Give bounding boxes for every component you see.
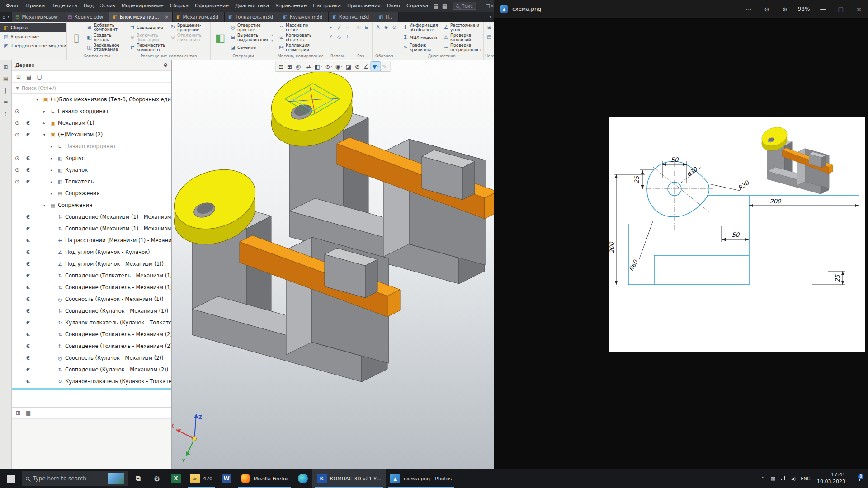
curvature-graph-button[interactable]: ∿График кривизны [401,42,441,52]
excel-button[interactable]: X [166,469,185,488]
tree-item-label[interactable]: Под углом (Кулачок - Механизм (1)) [65,261,164,267]
gallery-scroll[interactable]: ▴ ▾ [270,23,274,53]
panel-more-icon[interactable]: ⋮ [3,111,9,117]
viewport-tool-button[interactable]: ⊞ [286,62,294,71]
search-highlight-image[interactable] [108,473,124,484]
photos-titlebar[interactable]: ▲ схема.png ⋯ ⊖ ⊕ 98% — □ × [494,0,868,18]
word-button[interactable]: W [217,469,236,488]
photos-content[interactable]: 50 25 ø30 R30 200 R60 50 200 25 [494,18,868,469]
tree-row[interactable]: Є ⇅ Совпадение (Толкатель - Механизм (1)… [12,270,171,282]
edge-button[interactable] [293,469,312,488]
tree-item-label[interactable]: Совпадение (Кулачок - Механизм (2)) [65,366,168,373]
aux-angle-icon[interactable]: ∠ [329,34,333,39]
menu-item[interactable]: Эскиз [97,0,118,12]
viewport-tool-button[interactable]: ⇄ [305,62,313,71]
group-label-operations[interactable]: Операции [212,53,274,60]
mode-solid-modeling[interactable]: ◩ Твердотельное моделирование [0,41,66,50]
maximize-button[interactable]: □ [832,6,850,13]
tree-row[interactable]: ⊙ Є ▾ ▣ (+)Механизм (2) [12,129,171,141]
tree-item-label[interactable]: Соосность (Кулачок - Механизм (2)) [65,355,164,361]
viewport-tool-button[interactable]: ⊙ ▾ [324,62,333,71]
notation-text-icon[interactable]: A [377,25,380,30]
dropdown-chevron-icon[interactable]: ▾ [377,65,379,68]
zoom-level[interactable]: 98% [794,6,814,12]
tree-item-label[interactable]: (+)Блок механизмов (Тел-0, Сборочных еди… [51,96,171,103]
tab-close-icon[interactable]: × [165,14,169,20]
cut-extrude-button[interactable]: ⊟Вырезать выдавливанием [229,33,269,42]
expand-arrow-icon[interactable]: ▾ [43,203,49,207]
geometry-collection-button[interactable]: ⋈Коллекция геометрии [278,42,317,52]
menu-item[interactable]: Управление [272,0,310,12]
menu-item[interactable]: Выделить [48,0,80,12]
tree-item-label[interactable]: Совпадение (Механизм (1) - Механизм (2)) [65,225,171,232]
tree-selection-icon[interactable]: ▢ [37,74,42,80]
tree-item-label[interactable]: Толкатель [65,178,94,185]
notation-datum-icon[interactable]: ⊕ [384,25,388,30]
tree-bottom-icon-1[interactable]: ⊞ [16,410,20,416]
chevron-down-icon[interactable]: ▾ [8,15,9,19]
viewport-tool-button[interactable]: ◉ ▾ [334,62,344,71]
viewport-tool-button[interactable]: ⊘ [354,62,362,71]
mirror-components-button[interactable]: ◫Зеркальное отражение ко... [85,42,125,52]
group-label-components[interactable]: Компоненты [68,53,125,60]
notation-diameter-icon[interactable]: ∅ [392,25,396,30]
document-tab[interactable]: ◧ Корпус.m3d [329,12,375,22]
3d-viewport[interactable]: ⊡ ⊞ ◎ ▾ [172,60,494,469]
coincide-button[interactable]: ⇉Совпадение [128,23,168,33]
tree-row[interactable]: ⊙ Є ▸ ◧ Кулачок [12,164,171,176]
visibility-eye-icon[interactable]: ⊙ [12,178,23,185]
hidden-icons-caret[interactable]: ^ [758,476,768,482]
document-tab[interactable]: ◧ Кулачок.m3d [279,12,329,22]
expand-arrow-icon[interactable]: ▾ [43,133,49,137]
new-document-big-button[interactable]: ▯ [68,23,85,53]
tree-row[interactable]: Є ↔ На расстоянии (Механизм (1) - Механи… [12,235,171,246]
aux-cs-icon[interactable]: ◇ [337,34,341,39]
object-info-button[interactable]: ℹИнформация об объекте [401,23,441,33]
close-button[interactable]: × [850,6,868,13]
photos-taskbar-button[interactable]: ▲ схема.png - Photos [386,469,456,488]
tree-row[interactable]: Є ⇅ Совпадение (Кулачок - Механизм (2)) [12,364,171,375]
menu-item[interactable]: Окно [384,0,403,12]
tree-item-label[interactable]: Кулачок [65,167,88,173]
viewport-tool-button[interactable]: ∠ [362,62,371,71]
panel-variables-icon[interactable]: ƒ [5,87,6,94]
create-part-button[interactable]: ◧Создать деталь [85,33,125,42]
menu-item[interactable]: Справка [403,0,431,12]
command-search-input[interactable] [461,4,473,9]
tree-row[interactable]: Є ⇅ Совпадение (Толкатель - Механизм (2)… [12,328,171,340]
group-label-draft[interactable]: Черте... [485,53,494,60]
expand-arrow-icon[interactable]: ▸ [51,192,57,196]
settings-button[interactable]: ⚙ [147,469,166,488]
taskbar-search[interactable] [22,471,128,486]
see-more-icon[interactable]: ⋯ [740,6,758,13]
aux-perp-icon[interactable]: ⊥ [345,34,349,39]
aux-plane-icon[interactable]: ▱ [345,25,349,30]
viewport-tool-button[interactable]: ◪ [344,62,353,71]
tree-row[interactable]: Є ◎ Соосность (Кулачок - Механизм (2)) [12,352,171,364]
mcx-model-button[interactable]: ΣМЦХ модели [401,33,441,42]
tree-row[interactable]: Є ↻ Кулачок-толкатель (Кулачок - Толкате… [12,317,171,328]
tree-item-label[interactable]: Начало координат [65,143,116,150]
expand-arrow-icon[interactable]: ▸ [51,156,57,160]
document-tab[interactable]: ▤ Механизм.spw [12,12,64,22]
menu-item[interactable]: Сборка [166,0,192,12]
dropdown-chevron-icon[interactable]: ▾ [341,65,343,68]
document-tab[interactable]: ◧ Механизм.a3d [173,12,225,22]
minimize-button[interactable]: — [814,6,832,13]
minimize-button[interactable]: — [480,0,485,12]
document-tab[interactable]: ◧ Толкатель.m3d [225,12,279,22]
window-layout-icon[interactable]: ▤ [431,3,440,9]
scroll-up-icon[interactable]: ▴ [271,33,273,37]
tree-row[interactable]: ▸ ∟ Начало координат [12,141,171,152]
tree-item-label[interactable]: Совпадение (Толкатель - Механизм (1)) [65,284,171,291]
tree-composition-icon[interactable]: ▤ [26,74,31,80]
rotation-rotation-button[interactable]: ↻Вращение-вращение [169,23,209,33]
clock[interactable]: 17:41 10.03.2023 [813,472,849,485]
dropdown-chevron-icon[interactable]: ▾ [301,65,303,68]
expand-arrow-icon[interactable]: ▸ [43,121,49,125]
tree-row[interactable]: ▾ ▣ (+)Блок механизмов (Тел-0, Сборочных… [12,94,171,105]
tree-item-label[interactable]: Корпус [65,155,85,161]
tree-item-label[interactable]: Сопряжения [65,190,99,197]
command-search[interactable] [453,2,476,10]
tree-item-label[interactable]: Кулачок-толкатель (Кулачок - Толкатель) [65,378,171,385]
